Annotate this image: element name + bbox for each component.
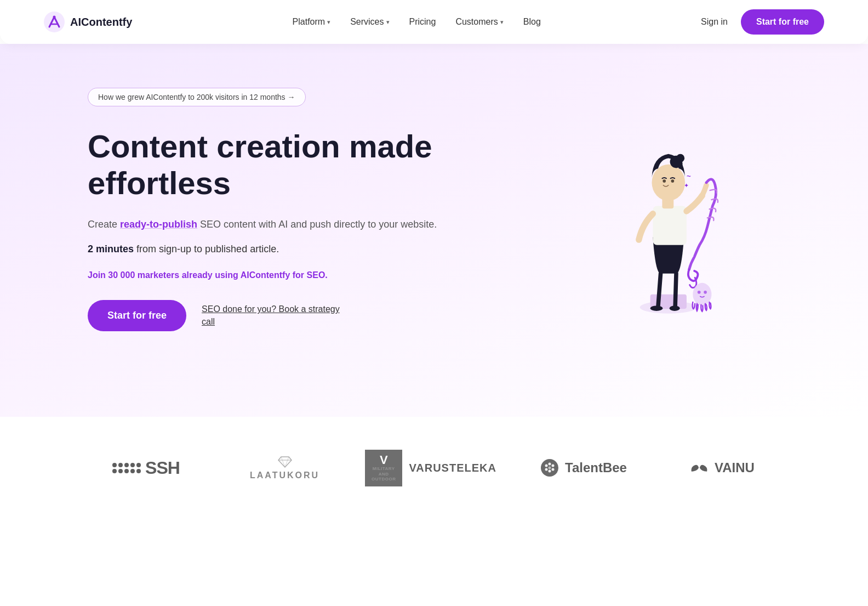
dot	[124, 463, 129, 467]
dot	[130, 463, 135, 467]
hero-desc-prefix: Create	[88, 219, 120, 230]
hero-illustration: ! ~ ✦	[572, 117, 780, 326]
nav-item-platform[interactable]: Platform ▾	[293, 17, 331, 27]
ssh-label: SSH	[145, 458, 180, 478]
nav-actions: Sign in Start for free	[701, 9, 824, 35]
nav-link-pricing[interactable]: Pricing	[409, 17, 436, 27]
nav-links: Platform ▾ Services ▾ Pricing Customers …	[293, 17, 541, 27]
chevron-down-icon: ▾	[500, 19, 504, 26]
talentbee-logo-content: TalentBee	[540, 458, 627, 478]
nav-link-platform[interactable]: Platform ▾	[293, 17, 331, 27]
dot	[112, 463, 117, 467]
hero-description: Create ready-to-publish SEO content with…	[88, 217, 460, 233]
start-free-nav-button[interactable]: Start for free	[741, 9, 824, 35]
dot	[130, 469, 135, 473]
svg-point-23	[545, 468, 548, 471]
bee-icon	[540, 458, 559, 478]
svg-point-24	[549, 470, 551, 473]
logo-talentbee: TalentBee	[525, 458, 642, 478]
hero-actions: Start for free SEO done for you? Book a …	[88, 300, 460, 331]
hero-person-illustration: ! ~ ✦	[589, 123, 764, 320]
hero-text: Content creation made effortless Create …	[88, 128, 460, 331]
logo-laatukoru: LAATUKORU	[226, 455, 343, 480]
varusteleka-box: V MILITARY AND OUTDOOR	[365, 450, 402, 486]
dot	[118, 463, 123, 467]
vainu-icon	[689, 462, 709, 473]
svg-point-11	[663, 179, 666, 183]
hero-title: Content creation made effortless	[88, 128, 460, 201]
svg-point-5	[670, 305, 680, 310]
svg-point-26	[549, 467, 551, 469]
dot	[112, 469, 117, 473]
hero-content: Content creation made effortless Create …	[88, 128, 780, 331]
signin-link[interactable]: Sign in	[701, 17, 728, 27]
ssh-logo-content: SSH	[112, 458, 180, 478]
svg-point-0	[44, 12, 65, 32]
chevron-down-icon: ▾	[327, 19, 330, 26]
svg-text:!: !	[681, 161, 684, 172]
diamond-icon	[277, 455, 293, 468]
brand-name: AIContentfy	[70, 16, 132, 29]
svg-point-1	[53, 16, 56, 19]
announcement-badge[interactable]: How we grew AIContentfy to 200k visitors…	[88, 88, 306, 106]
logo-vainu: VAINU	[664, 460, 780, 475]
logo-varusteleka: V MILITARY AND OUTDOOR VARUSTELEKA	[365, 450, 503, 486]
hero-desc-highlight: ready-to-publish	[120, 219, 197, 230]
laatukoru-label: LAATUKORU	[250, 471, 319, 480]
svg-text:~: ~	[687, 172, 691, 180]
svg-point-22	[552, 465, 555, 467]
vainu-logo-content: VAINU	[689, 460, 755, 475]
ssh-dots-grid	[112, 463, 141, 473]
chevron-down-icon: ▾	[386, 19, 390, 26]
svg-point-16	[693, 283, 711, 306]
logo-ssh: SSH	[88, 458, 204, 478]
svg-text:✦: ✦	[684, 182, 689, 189]
nav-item-blog[interactable]: Blog	[523, 17, 541, 27]
svg-point-12	[671, 179, 675, 183]
dot	[136, 469, 141, 473]
hero-desc-suffix: SEO content with AI and push directly to…	[197, 219, 437, 230]
talentbee-label: TalentBee	[565, 460, 627, 475]
dot	[136, 463, 141, 467]
hero-timing-bold: 2 minutes	[88, 243, 134, 254]
logo-icon	[44, 12, 65, 32]
laatukoru-logo-content: LAATUKORU	[250, 455, 319, 480]
svg-point-17	[698, 291, 701, 294]
logos-section: SSH LAATUKORU V MILITARY AND OUTDOOR VAR…	[0, 417, 868, 519]
svg-point-18	[704, 291, 707, 294]
nav-link-blog[interactable]: Blog	[523, 17, 541, 27]
svg-point-21	[549, 463, 551, 466]
nav-item-customers[interactable]: Customers ▾	[455, 17, 503, 27]
hero-timing: 2 minutes from sign-up to published arti…	[88, 243, 460, 255]
navbar: AIContentfy Platform ▾ Services ▾ Pricin…	[0, 0, 868, 44]
dot	[118, 469, 123, 473]
svg-rect-6	[653, 206, 687, 245]
nav-link-customers[interactable]: Customers ▾	[455, 17, 503, 27]
hero-section: How we grew AIContentfy to 200k visitors…	[0, 44, 868, 417]
nav-item-services[interactable]: Services ▾	[350, 17, 389, 27]
nav-link-services[interactable]: Services ▾	[350, 17, 389, 27]
nav-item-pricing[interactable]: Pricing	[409, 17, 436, 27]
varusteleka-sub-text: MILITARY AND OUTDOOR	[372, 466, 396, 482]
logo[interactable]: AIContentfy	[44, 12, 132, 32]
svg-point-4	[650, 305, 663, 310]
hero-social-proof[interactable]: Join 30 000 marketers already using AICo…	[88, 270, 460, 280]
varusteleka-label: VARUSTELEKA	[402, 462, 503, 474]
svg-point-20	[545, 465, 548, 467]
varusteleka-v-icon: V	[372, 454, 396, 466]
start-free-hero-button[interactable]: Start for free	[88, 300, 186, 331]
announcement-text: How we grew AIContentfy to 200k visitors…	[98, 93, 295, 101]
dot	[124, 469, 129, 473]
vainu-label: VAINU	[715, 460, 755, 475]
svg-point-25	[552, 468, 555, 471]
hero-timing-suffix: from sign-up to published article.	[134, 243, 279, 254]
book-strategy-call-link[interactable]: SEO done for you? Book a strategy call	[202, 303, 340, 328]
varusteleka-logo-content: V MILITARY AND OUTDOOR VARUSTELEKA	[365, 450, 503, 486]
